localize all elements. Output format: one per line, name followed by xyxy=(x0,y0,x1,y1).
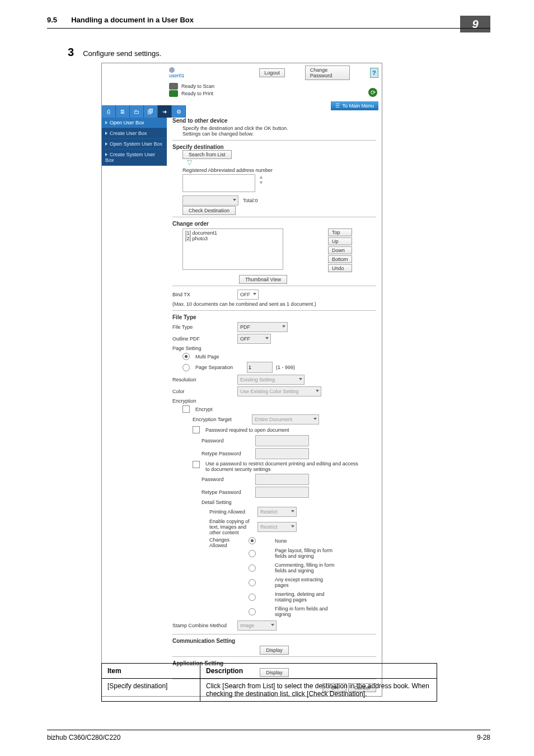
changes-opt-4: Inserting, deleting and rotating pages xyxy=(275,591,336,603)
up-button[interactable]: Up xyxy=(328,237,352,245)
sidebar: Open User Box Create User Box Open Syste… xyxy=(102,118,167,166)
pw-open-checkbox[interactable] xyxy=(193,426,200,433)
search-from-list-button[interactable]: Search from List xyxy=(182,150,232,159)
repw2-input[interactable] xyxy=(255,487,309,498)
color-label: Color xyxy=(172,389,234,394)
changes-opt-3: Any except extracting pages xyxy=(275,577,336,588)
list-item[interactable]: [2] photo3 xyxy=(185,236,280,241)
send-note2: Settings can be changed below. xyxy=(182,131,376,137)
arrow-down-icon: ▽ xyxy=(187,158,376,166)
to-main-menu-label: To Main Menu xyxy=(342,103,374,109)
pw2-input[interactable] xyxy=(255,474,309,485)
detail-label: Detail Setting xyxy=(202,500,376,505)
pw-input[interactable] xyxy=(255,435,309,446)
multipage-radio[interactable] xyxy=(182,353,190,360)
changes-opt-2: Commenting, filling in form fields and s… xyxy=(275,562,336,573)
pagesep-range: (1 - 999) xyxy=(276,365,295,370)
reg-number-box[interactable] xyxy=(182,174,255,192)
changes-radio-0[interactable] xyxy=(249,537,256,544)
stamp-label: Stamp Combine Method xyxy=(172,623,234,628)
down-button[interactable]: Down xyxy=(328,246,352,254)
changes-opt-1: Page layout, filling in form fields and … xyxy=(275,548,336,559)
td-desc: Click [Search from List] to select the d… xyxy=(200,679,437,702)
changes-radio-1[interactable] xyxy=(249,550,256,557)
color-select[interactable]: Use Existing Color Setting xyxy=(237,386,321,396)
outline-select[interactable]: OFF xyxy=(237,334,271,344)
sidebar-item-open-system-user-box[interactable]: Open System User Box xyxy=(102,139,167,150)
undo-button[interactable]: Undo xyxy=(328,264,352,272)
footer-page-number: 9-28 xyxy=(477,734,490,741)
thumbnail-view-button[interactable]: Thumbnail View xyxy=(239,275,287,284)
step-text: Configure send settings. xyxy=(83,49,161,58)
logged-in-user: user01 xyxy=(169,67,192,79)
step-number: 3 xyxy=(68,46,74,59)
page-setting-label: Page Setting xyxy=(172,346,376,351)
total-label: Total:0 xyxy=(243,198,258,203)
changes-radio-2[interactable] xyxy=(249,564,256,572)
registered-label: Registered Abbreviated address number xyxy=(182,167,376,173)
pagesep-radio[interactable] xyxy=(182,364,190,371)
changes-radio-3[interactable] xyxy=(249,579,256,586)
bind-tx-select[interactable]: OFF xyxy=(237,290,259,300)
spinner-icon[interactable]: ▲▼ xyxy=(259,174,264,185)
toolbar-icon-3[interactable]: 🗀 xyxy=(130,105,144,118)
dest-select[interactable] xyxy=(182,195,238,206)
status-scan: Ready to Scan xyxy=(169,83,378,90)
toolbar-icon-2[interactable]: 🗎 xyxy=(116,105,130,118)
pagesep-input[interactable] xyxy=(247,362,273,373)
printing-label: Printing Allowed xyxy=(209,509,254,515)
status-print: Ready to Print xyxy=(169,90,378,97)
ft-label: File Type xyxy=(172,324,234,330)
check-destination-button[interactable]: Check Destination xyxy=(182,206,236,215)
help-icon[interactable]: ? xyxy=(370,68,378,78)
changes-radio-5[interactable] xyxy=(249,608,256,615)
changes-opt-5: Filling in form fields and signing xyxy=(275,606,336,617)
changes-opt-0: None xyxy=(275,538,336,544)
pw2-label: Password xyxy=(202,477,252,482)
sidebar-item-create-system-user-box[interactable]: Create System User Box xyxy=(102,150,167,166)
specify-heading: Specify destination xyxy=(172,144,376,150)
section-title: Handling a document in a User Box xyxy=(71,16,194,24)
th-desc: Description xyxy=(200,664,437,679)
change-password-button[interactable]: Change Password xyxy=(305,66,350,80)
encrypt-label: Encrypt xyxy=(195,407,213,412)
print-icon xyxy=(169,90,178,97)
res-select[interactable]: Existing Setting xyxy=(237,375,305,385)
header-rule xyxy=(47,28,490,29)
top-button[interactable]: Top xyxy=(328,228,352,236)
stamp-select[interactable]: Image xyxy=(237,620,277,631)
logout-button[interactable]: Logout xyxy=(259,68,285,77)
enc-target-select[interactable]: Entire Document xyxy=(252,414,319,424)
pw-label: Password xyxy=(202,438,252,444)
change-order-heading: Change order xyxy=(172,221,376,227)
restrict-checkbox[interactable] xyxy=(193,461,200,468)
comm-display-button[interactable]: Display xyxy=(260,646,289,655)
send-heading: Send to other device xyxy=(172,118,376,124)
to-main-menu-button[interactable]: ☰ To Main Menu xyxy=(331,101,378,110)
refresh-icon[interactable]: ⟳ xyxy=(368,88,377,97)
scan-text: Ready to Scan xyxy=(181,83,214,89)
toolbar-icon-4[interactable]: 🗐 xyxy=(144,105,158,118)
changes-radio-4[interactable] xyxy=(249,594,256,601)
order-listbox[interactable]: [1] document1 [2] photo3 xyxy=(182,228,283,270)
printing-select[interactable]: Restrict xyxy=(257,507,297,517)
scan-icon xyxy=(169,83,178,90)
changes-label: Changes Allowed xyxy=(209,537,243,617)
repw2-label: Retype Password xyxy=(202,489,252,495)
footer-rule xyxy=(47,730,490,730)
list-item[interactable]: [1] document1 xyxy=(185,230,280,236)
comm-heading: Communication Setting xyxy=(172,638,376,644)
multipage-label: Multi Page xyxy=(195,354,219,360)
bottom-button[interactable]: Bottom xyxy=(328,255,352,263)
toolbar-icon-1[interactable]: ⎙ xyxy=(102,105,116,118)
repw-input[interactable] xyxy=(255,448,309,459)
user-name[interactable]: user01 xyxy=(169,73,185,78)
sidebar-item-open-user-box[interactable]: Open User Box xyxy=(102,118,167,128)
section-number: 9.5 xyxy=(47,16,57,24)
sidebar-item-create-user-box[interactable]: Create User Box xyxy=(102,128,167,139)
encrypt-checkbox[interactable] xyxy=(182,405,190,413)
restrict-label: Use a password to restrict document prin… xyxy=(205,461,362,472)
ft-select[interactable]: PDF xyxy=(237,322,288,332)
copying-select[interactable]: Restrict xyxy=(257,522,297,532)
print-text: Ready to Print xyxy=(181,91,213,96)
